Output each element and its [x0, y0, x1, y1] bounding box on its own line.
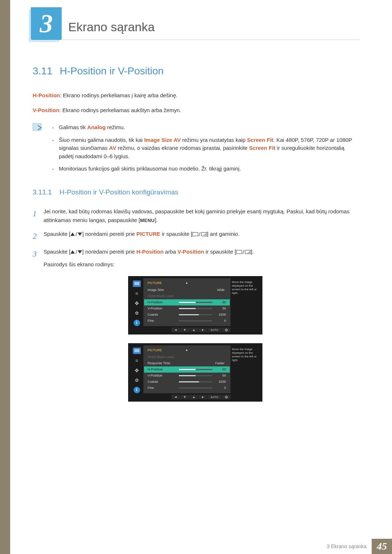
- osd-side-icon: [134, 320, 140, 326]
- osd-side-icon: [133, 300, 141, 307]
- osd-nav-btn: AUTO: [208, 328, 221, 332]
- step-number: 3: [33, 247, 44, 269]
- osd-title: PICTURE: [144, 348, 230, 354]
- osd-row: H-Position50: [144, 366, 230, 373]
- osd-side-icon: [133, 357, 141, 364]
- osd-row: V-Position50: [144, 305, 230, 312]
- osd-side-icon: [133, 377, 141, 383]
- osd-panel-1: PICTUREImage SizeWideHDMI Black LevelH-P…: [128, 276, 262, 335]
- osd-row: Image SizeWide: [144, 287, 230, 293]
- page-header: 3 Ekrano sąranka: [0, 0, 392, 40]
- osd-nav-btn: ▲: [189, 328, 198, 332]
- osd-help-text: Move the image displayed on the screen t…: [230, 278, 259, 326]
- osd-nav-btn: ►: [199, 328, 207, 332]
- osd-side-icon: [133, 367, 141, 374]
- osd-side-icon: [133, 348, 141, 354]
- steps-list: 1 Jei norite, kad būtų rodomas klavišų v…: [33, 207, 358, 269]
- section-title: H-Position ir V-Position: [60, 65, 164, 77]
- osd-nav-btn: ▲: [189, 395, 198, 399]
- step-2: 2 Spauskite [/] norėdami pereiti prie PI…: [33, 230, 358, 242]
- hposition-term: H-Position: [33, 92, 60, 98]
- step-number: 1: [33, 207, 44, 225]
- osd-nav-btn: ▼: [180, 328, 189, 332]
- osd-row: Coarse2200: [144, 379, 230, 385]
- note-item: Šiuo meniu galima naudotis, tik kai Imag…: [52, 136, 358, 161]
- hposition-text: : Ekrano rodinys perkeliamas į kairę arb…: [60, 92, 177, 98]
- subsection-heading: 3.11.1 H-Position ir V-Position konfigūr…: [33, 188, 358, 196]
- footer-text: 3 Ekrano sąranka: [327, 543, 367, 549]
- osd-nav-btn: ⏻: [222, 395, 230, 399]
- osd-row: Response TimeFaster: [144, 360, 230, 366]
- osd-nav-btn: ◄: [171, 328, 180, 332]
- osd-row: V-Position50: [144, 373, 230, 379]
- subsection-title: H-Position ir V-Position konfigūravimas: [60, 188, 178, 196]
- step-number: 2: [33, 230, 44, 242]
- step-1: 1 Jei norite, kad būtų rodomas klavišų v…: [33, 207, 358, 225]
- osd-side-icon: [133, 280, 141, 287]
- osd-sidebar: [130, 278, 143, 326]
- vposition-text: : Ekrano rodinys perkeliamas aukštyn arb…: [59, 107, 181, 113]
- step-body: Jei norite, kad būtų rodomas klavišų vad…: [44, 207, 358, 225]
- osd-row: HDMI Black Level: [144, 354, 230, 360]
- osd-row: HDMI Black Level: [144, 293, 230, 299]
- page: 3 Ekrano sąranka 3.11 H-Position ir V-Po…: [0, 0, 392, 554]
- osd-nav-btn: ◄: [171, 395, 180, 399]
- subsection-number: 3.11.1: [33, 188, 52, 196]
- hposition-desc: H-Position: Ekrano rodinys perkeliamas į…: [33, 91, 358, 100]
- section-heading: 3.11 H-Position ir V-Position: [33, 65, 358, 77]
- updown-icon: /: [70, 230, 82, 239]
- section-number: 3.11: [33, 65, 53, 77]
- content: 3.11 H-Position ir V-Position H-Position…: [0, 40, 392, 402]
- footer-page-number: 45: [372, 539, 392, 554]
- step-body: Spauskite [/] norėdami pereiti prie PICT…: [44, 230, 358, 242]
- osd-nav: ◄▼▲►AUTO⏻: [130, 395, 259, 399]
- chapter-title: Ekrano sąranka: [68, 20, 155, 34]
- vposition-term: V-Position: [33, 107, 59, 113]
- osd-nav-btn: AUTO: [208, 395, 221, 399]
- osd-main: PICTUREImage SizeWideHDMI Black LevelH-P…: [143, 278, 230, 326]
- osd-side-icon: [133, 310, 141, 316]
- osd-row: Fine0: [144, 385, 230, 391]
- osd-main: PICTUREHDMI Black LevelResponse TimeFast…: [143, 345, 230, 393]
- osd-side-icon: [133, 290, 141, 297]
- step-3: 3 Spauskite [/] norėdami pereiti prie H-…: [33, 247, 358, 269]
- box-enter-icon: /: [236, 248, 251, 257]
- updown-icon: /: [70, 248, 82, 257]
- osd-panel-2: PICTUREHDMI Black LevelResponse TimeFast…: [128, 343, 262, 402]
- after-steps-text: Pasirodys šis ekrano rodinys:: [44, 260, 358, 269]
- osd-title: PICTURE: [144, 280, 230, 287]
- vposition-desc: V-Position: Ekrano rodinys perkeliamas a…: [33, 106, 358, 115]
- note-list: Galimas tik Analog režimu. Šiuo meniu ga…: [52, 123, 358, 177]
- note-item: Galimas tik Analog režimu.: [52, 123, 358, 132]
- osd-row: H-Position50: [144, 299, 230, 305]
- osd-nav-btn: ▼: [180, 395, 189, 399]
- osd-screenshots: PICTUREImage SizeWideHDMI Black LevelH-P…: [33, 276, 358, 402]
- box-enter-icon: /: [192, 230, 207, 239]
- osd-row: Fine0: [144, 318, 230, 324]
- menu-label: MENU: [140, 218, 155, 223]
- osd-nav-btn: ⏻: [222, 328, 230, 332]
- osd-nav: ◄▼▲►AUTO⏻: [130, 328, 259, 332]
- note-item: Monitoriaus funkcijos gali skirtis prikl…: [52, 165, 358, 173]
- note-icon: [33, 123, 41, 131]
- osd-row: Coarse2200: [144, 312, 230, 318]
- note-block: Galimas tik Analog režimu. Šiuo meniu ga…: [33, 123, 358, 177]
- osd-sidebar: [130, 345, 143, 393]
- page-footer: 3 Ekrano sąranka 45: [0, 539, 392, 554]
- osd-help-text: Move the image displayed on the screen t…: [230, 345, 259, 393]
- left-stripe: [0, 0, 10, 554]
- step-body: Spauskite [/] norėdami pereiti prie H-Po…: [44, 247, 358, 269]
- chapter-badge: 3: [31, 7, 62, 40]
- osd-side-icon: [134, 387, 140, 393]
- osd-nav-btn: ►: [199, 395, 207, 399]
